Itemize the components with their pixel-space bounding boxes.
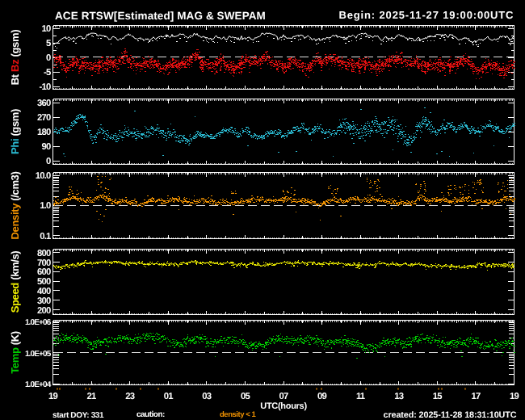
svg-text:13: 13 bbox=[394, 392, 403, 401]
svg-text:09: 09 bbox=[317, 392, 326, 401]
svg-text:600: 600 bbox=[37, 267, 51, 277]
svg-text:03: 03 bbox=[202, 392, 211, 401]
svg-text:17: 17 bbox=[471, 392, 480, 401]
svg-text:-10: -10 bbox=[40, 82, 51, 92]
svg-text:Phi (gsm): Phi (gsm) bbox=[9, 109, 21, 154]
svg-text:500: 500 bbox=[37, 277, 51, 287]
svg-text:21: 21 bbox=[87, 392, 96, 401]
svg-text:200: 200 bbox=[37, 306, 51, 316]
svg-text:5: 5 bbox=[46, 39, 51, 48]
svg-text:1.0: 1.0 bbox=[40, 201, 51, 211]
svg-text:ACE RTSW[Estimated] MAG & SWEP: ACE RTSW[Estimated] MAG & SWEPAM bbox=[55, 10, 266, 22]
svg-text:10.0: 10.0 bbox=[36, 171, 51, 181]
svg-text:180: 180 bbox=[37, 128, 51, 137]
svg-text:07: 07 bbox=[279, 392, 288, 401]
svg-text:800: 800 bbox=[37, 249, 51, 258]
svg-text:0.1: 0.1 bbox=[40, 232, 51, 242]
svg-text:10: 10 bbox=[42, 24, 51, 34]
svg-text:01: 01 bbox=[164, 392, 173, 401]
svg-text:19: 19 bbox=[510, 392, 519, 401]
svg-text:400: 400 bbox=[37, 287, 51, 296]
svg-text:23: 23 bbox=[125, 392, 134, 401]
svg-text:90: 90 bbox=[42, 142, 51, 152]
svg-text:360: 360 bbox=[37, 99, 51, 108]
svg-text:300: 300 bbox=[37, 296, 51, 306]
svg-text:created: 2025-11-28 18:31:10UT: created: 2025-11-28 18:31:10UTC bbox=[384, 410, 517, 420]
svg-text:11: 11 bbox=[356, 392, 365, 401]
svg-text:Density (/cm3): Density (/cm3) bbox=[9, 172, 21, 240]
svg-text:270: 270 bbox=[37, 113, 51, 123]
svg-text:0: 0 bbox=[46, 157, 51, 166]
svg-text:700: 700 bbox=[37, 258, 51, 268]
svg-text:density < 1: density < 1 bbox=[220, 410, 257, 419]
svg-text:Speed (km/s): Speed (km/s) bbox=[9, 251, 21, 313]
svg-text:1.0E+05: 1.0E+05 bbox=[25, 350, 52, 359]
svg-text:-5: -5 bbox=[44, 68, 51, 78]
svg-text:1.0E+06: 1.0E+06 bbox=[25, 318, 52, 327]
svg-text:Begin: 2025-11-27 19:00:00UTC: Begin: 2025-11-27 19:00:00UTC bbox=[339, 9, 514, 21]
svg-text:05: 05 bbox=[241, 392, 250, 401]
svg-text:Bt Bz (gsm): Bt Bz (gsm) bbox=[9, 30, 21, 85]
svg-text:caution:: caution: bbox=[136, 410, 165, 419]
svg-text:1.0E+04: 1.0E+04 bbox=[25, 380, 52, 389]
svg-text:15: 15 bbox=[433, 392, 442, 401]
svg-text:0: 0 bbox=[46, 53, 51, 63]
svg-text:Temp (K): Temp (K) bbox=[9, 331, 21, 374]
svg-text:UTC(hours): UTC(hours) bbox=[260, 401, 307, 411]
svg-text:19: 19 bbox=[48, 392, 57, 401]
svg-text:start DOY: 331: start DOY: 331 bbox=[52, 411, 104, 420]
